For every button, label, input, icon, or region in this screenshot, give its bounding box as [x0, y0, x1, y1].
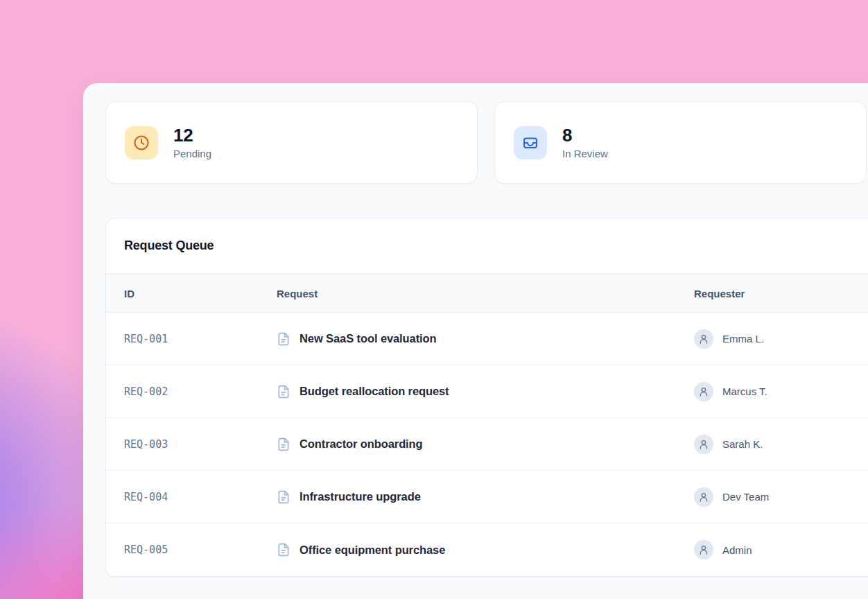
- in-review-count: 8: [562, 125, 608, 146]
- requester-cell: Emma L.: [694, 329, 868, 349]
- request-id: REQ-004: [124, 491, 277, 503]
- file-text-icon: [277, 332, 290, 346]
- requester-name: Marcus T.: [722, 385, 767, 397]
- stat-card-in-review: 8 In Review: [494, 101, 867, 184]
- file-text-icon: [277, 385, 290, 399]
- requester-cell: Marcus T.: [694, 382, 868, 401]
- in-review-label: In Review: [562, 148, 608, 159]
- stat-text: 12 Pending: [173, 125, 211, 159]
- table-title: Request Queue: [106, 218, 868, 274]
- column-header-id: ID: [124, 288, 277, 300]
- request-cell: Contractor onboarding: [277, 437, 694, 451]
- user-avatar-icon: [694, 487, 713, 507]
- file-text-icon: [277, 543, 290, 557]
- table-row[interactable]: REQ-002 Budget reallocation request Marc…: [106, 365, 868, 418]
- request-title: Office equipment purchase: [300, 544, 445, 557]
- user-avatar-icon: [694, 435, 713, 454]
- file-text-icon: [277, 490, 290, 504]
- request-id: REQ-005: [124, 544, 277, 556]
- inbox-icon: [514, 126, 547, 159]
- main-panel: 12 Pending 8 In Review Request Queue ID …: [83, 83, 868, 599]
- stat-text: 8 In Review: [562, 125, 608, 159]
- request-id: REQ-003: [124, 438, 277, 451]
- pending-label: Pending: [173, 148, 211, 159]
- user-avatar-icon: [694, 329, 713, 349]
- requester-name: Emma L.: [722, 333, 764, 345]
- user-avatar-icon: [694, 540, 713, 559]
- user-avatar-icon: [694, 382, 713, 401]
- stats-row: 12 Pending 8 In Review: [105, 101, 867, 184]
- request-queue-card: Request Queue ID Request Requester REQ-0…: [105, 218, 868, 577]
- requester-cell: Sarah K.: [694, 435, 868, 454]
- table-row[interactable]: REQ-005 Office equipment purchase Admin: [106, 523, 868, 576]
- request-title: New SaaS tool evaluation: [300, 332, 437, 345]
- table-row[interactable]: REQ-003 Contractor onboarding Sarah K.: [106, 418, 868, 471]
- requester-name: Admin: [722, 544, 752, 556]
- request-cell: Office equipment purchase: [277, 543, 694, 557]
- table-row[interactable]: REQ-004 Infrastructure upgrade Dev Team: [106, 471, 868, 523]
- table-header-row: ID Request Requester: [106, 274, 868, 313]
- requester-cell: Dev Team: [694, 487, 868, 507]
- request-id: REQ-001: [124, 333, 277, 345]
- request-cell: Budget reallocation request: [277, 385, 694, 399]
- request-cell: New SaaS tool evaluation: [277, 332, 694, 346]
- table-row[interactable]: REQ-001 New SaaS tool evaluation Emma L.: [106, 313, 868, 365]
- request-id: REQ-002: [124, 385, 277, 398]
- file-text-icon: [277, 437, 290, 451]
- request-title: Contractor onboarding: [300, 437, 423, 451]
- column-header-request: Request: [277, 288, 694, 300]
- request-title: Infrastructure upgrade: [300, 490, 421, 503]
- pending-count: 12: [173, 125, 211, 146]
- request-title: Budget reallocation request: [300, 385, 449, 398]
- requester-name: Dev Team: [722, 491, 769, 503]
- clock-icon: [125, 126, 158, 159]
- request-cell: Infrastructure upgrade: [277, 490, 694, 504]
- stat-card-pending: 12 Pending: [105, 101, 478, 184]
- requester-cell: Admin: [694, 540, 868, 559]
- column-header-requester: Requester: [694, 288, 868, 300]
- requester-name: Sarah K.: [722, 438, 763, 450]
